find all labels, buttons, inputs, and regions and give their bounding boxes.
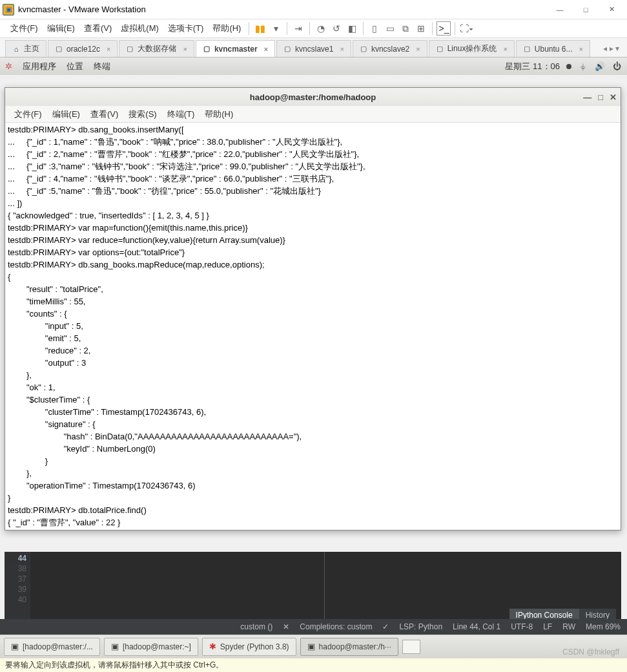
gnome-terminal[interactable]: 终端 [94,61,110,72]
close-icon[interactable]: × [340,45,344,53]
power-icon[interactable]: ⏻ [612,61,622,72]
main-menubar: 文件(F) 编辑(E) 查看(V) 虚拟机(M) 选项卡(T) 帮助(H) ▮▮… [0,19,627,37]
close-button[interactable]: ✕ [599,1,624,19]
send-icon[interactable]: ⇥ [291,21,305,36]
tab-bigdata[interactable]: ▢大数据存储× [119,40,194,57]
term-menu-terminal[interactable]: 终端(T) [163,107,199,121]
hint-text: 要将输入定向到该虚拟机，请将鼠标指针移入其中或按 Ctrl+G。 [5,660,223,671]
terminal-icon: ▣ [111,642,119,651]
gnome-apps[interactable]: 应用程序 [23,61,56,72]
tab-label: kvncslave2 [371,45,409,54]
close-icon[interactable]: ✕ [610,92,617,102]
status-completions: Completions: custom [300,622,372,631]
task-item[interactable]: ▣[hadoop@master:/... [4,638,100,656]
task-item[interactable]: ✱Spyder (Python 3.8) [202,638,296,656]
menu-edit[interactable]: 编辑(E) [43,20,79,37]
close-icon[interactable]: × [264,45,268,53]
gutter-line: 37 [5,574,26,584]
home-icon: ⌂ [12,45,20,53]
tab-label: 主页 [24,43,39,54]
tab-kvncslave1[interactable]: ▢kvncslave1× [276,40,351,57]
term-menu-search[interactable]: 搜索(S) [125,107,160,121]
terminal-titlebar[interactable]: hadoop@master:/home/hadoop — □ ✕ [5,88,621,106]
menu-help[interactable]: 帮助(H) [209,20,245,37]
maximize-button[interactable]: □ [573,1,599,19]
tab-label: kvncmaster [214,45,258,54]
terminal-window: hadoop@master:/home/hadoop — □ ✕ 文件(F) 编… [5,87,621,530]
task-item[interactable]: ▣[hadoop@master:~] [104,638,198,656]
gutter-line: 38 [5,563,26,574]
maximize-icon[interactable]: □ [598,92,603,102]
close-icon[interactable]: × [503,45,507,53]
gutter-line: 39 [5,584,26,594]
close-icon[interactable]: × [183,45,187,53]
terminal-icon: ▣ [11,642,19,651]
status-custom[interactable]: custom () [240,622,272,631]
record-dot-icon [566,64,571,69]
tab-nav[interactable]: ◂ ▸ ▾ [601,40,622,57]
task-label: [hadoop@master:~] [123,642,191,651]
gnome-taskbar: ▣[hadoop@master:/... ▣[hadoop@master:~] … [0,635,627,658]
tab-home[interactable]: ⌂主页 [5,40,46,57]
panel3-icon[interactable]: ⧉ [398,21,413,36]
snapshot-icon[interactable]: ◔ [314,21,328,36]
minimize-button[interactable]: — [547,1,573,19]
terminal-title: hadoop@master:/home/hadoop [250,92,376,102]
revert-icon[interactable]: ↺ [329,21,344,36]
volume-icon[interactable]: 🔊 [595,61,605,72]
fullscreen-icon[interactable]: ⛶▾ [459,21,473,36]
panel2-icon[interactable]: ▭ [383,21,397,36]
vm-icon: ▢ [523,45,531,53]
tab-label: Ubuntu 6... [535,45,573,54]
gnome-places[interactable]: 位置 [67,61,83,72]
network-icon[interactable]: ⏚ [578,61,588,72]
vm-icon: ▢ [360,45,367,53]
panel1-icon[interactable]: ▯ [367,21,382,36]
close-icon[interactable]: × [579,45,583,53]
tab-strip: ⌂主页 ▢oracle12c× ▢大数据存储× ▢kvncmaster× ▢kv… [0,37,627,57]
tab-label: 大数据存储 [138,43,176,54]
vm-icon: ▢ [283,45,291,53]
tab-oracle12c[interactable]: ▢oracle12c× [48,40,118,57]
workspace-switcher[interactable] [402,640,420,654]
manage-icon[interactable]: ◧ [345,21,359,36]
pause-icon[interactable]: ▮▮ [253,21,267,36]
tab-linux[interactable]: ▢Linux操作系统× [429,40,515,57]
statusbar: custom () ✕ Completions: custom ✓ LSP: P… [0,619,627,635]
dropdown-icon[interactable]: ▾ [269,21,283,36]
tab-ubuntu[interactable]: ▢Ubuntu 6...× [516,40,590,57]
spyder-icon: ✱ [209,642,216,651]
status-lineend: LF [543,622,552,631]
task-label: [hadoop@master:/... [23,642,93,651]
term-menu-edit[interactable]: 编辑(E) [48,107,84,121]
gutter-line: 40 [5,594,26,605]
gnome-clock: 星期三 11：06 [505,61,560,72]
menu-file[interactable]: 文件(F) [6,20,42,37]
menu-tabs[interactable]: 选项卡(T) [164,20,208,37]
tab-kvncslave2[interactable]: ▢kvncslave2× [353,40,427,57]
status-mem: Mem 69% [586,622,621,631]
vm-icon: ▢ [203,45,211,53]
vmware-icon: ▣ [3,4,14,16]
close-icon[interactable]: × [416,45,420,53]
minimize-icon[interactable]: — [583,92,591,102]
term-menu-file[interactable]: 文件(F) [10,107,46,121]
close-icon[interactable]: × [107,45,110,53]
console-icon[interactable]: >_ [437,21,451,36]
tab-label: Linux操作系统 [447,43,497,54]
menu-view[interactable]: 查看(V) [80,20,116,37]
term-menu-view[interactable]: 查看(V) [87,107,122,121]
terminal-menubar: 文件(F) 编辑(E) 查看(V) 搜索(S) 终端(T) 帮助(H) [5,106,621,123]
vm-icon: ▢ [55,45,63,53]
gutter-line: 44 [5,553,26,563]
terminal-body[interactable]: testdb:PRIMARY> db.sang_books.insertMany… [5,123,621,530]
panel4-icon[interactable]: ⊞ [414,21,428,36]
watermark: CSDN @fnklegff [562,647,619,656]
tab-label: kvncslave1 [295,45,333,54]
task-item[interactable]: ▣hadoop@master:/h··· [300,638,398,656]
right-panel: IPython Console History [324,552,621,623]
menu-vm[interactable]: 虚拟机(M) [117,20,163,37]
term-menu-help[interactable]: 帮助(H) [201,107,237,121]
titlebar: ▣ kvncmaster - VMware Workstation — □ ✕ [0,0,627,19]
tab-kvncmaster[interactable]: ▢kvncmaster× [196,40,275,57]
